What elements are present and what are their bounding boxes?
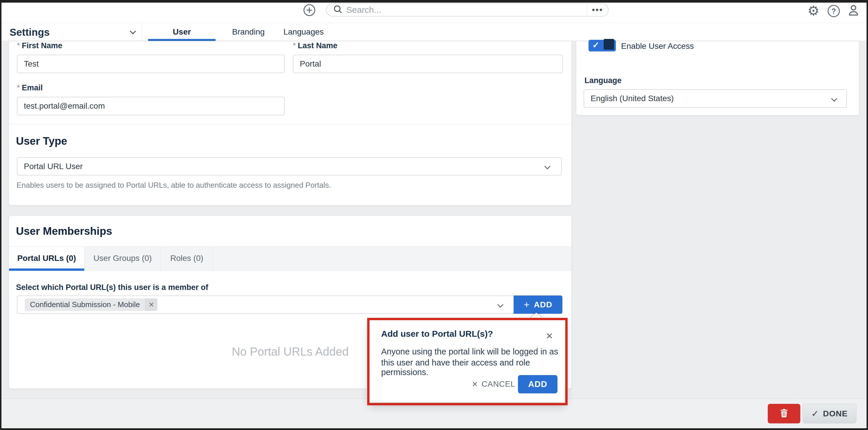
- plus-icon: +: [524, 299, 530, 310]
- tab-branding[interactable]: Branding: [226, 23, 270, 41]
- required-asterisk: *: [17, 41, 20, 50]
- user-memberships-heading: User Memberships: [16, 225, 112, 237]
- delete-user-button[interactable]: [768, 404, 800, 423]
- add-portal-url-button[interactable]: + ADD: [514, 296, 562, 314]
- active-tab-underline: [9, 269, 84, 271]
- user-type-select[interactable]: Portal URL User: [17, 157, 562, 176]
- portal-url-multiselect[interactable]: Confidential Submission - Mobile ✕: [17, 296, 514, 314]
- enable-user-access-label: Enable User Access: [621, 41, 694, 51]
- required-asterisk: *: [17, 83, 20, 92]
- window-border: [0, 0, 1, 430]
- app-window: ••• ⚙ ? Settings User Management Brandin…: [0, 0, 868, 430]
- create-new-button[interactable]: [303, 4, 316, 17]
- section-divider: [9, 124, 572, 124]
- help-icon[interactable]: ?: [828, 5, 840, 17]
- tab-user-groups[interactable]: User Groups (0): [85, 247, 161, 271]
- chevron-down-icon: [497, 302, 503, 308]
- user-type-heading: User Type: [16, 135, 67, 147]
- search-input[interactable]: [346, 5, 587, 15]
- plus-circle-icon: [303, 12, 316, 18]
- tab-languages[interactable]: Languages: [279, 23, 328, 41]
- tab-roles[interactable]: Roles (0): [161, 247, 213, 271]
- first-name-label: *First Name: [17, 41, 62, 50]
- tab-portal-urls[interactable]: Portal URLs (0): [9, 247, 85, 271]
- email-field[interactable]: [17, 97, 285, 115]
- enable-user-access-checkbox[interactable]: ✓: [589, 40, 616, 52]
- required-asterisk: *: [293, 41, 296, 50]
- settings-gear-icon[interactable]: ⚙: [806, 3, 820, 18]
- chevron-down-icon: [545, 163, 551, 170]
- user-type-helper-text: Enables users to be assigned to Portal U…: [17, 181, 331, 190]
- active-tab-underline: [148, 39, 216, 41]
- checkbox-dark-square: [603, 39, 614, 50]
- first-name-field[interactable]: [17, 55, 285, 73]
- chip-remove-icon[interactable]: ✕: [145, 298, 157, 311]
- settings-dropdown[interactable]: Settings: [9, 26, 50, 38]
- search-icon: [327, 4, 343, 16]
- language-value: English (United States): [591, 94, 832, 103]
- trash-icon: [779, 408, 789, 420]
- selected-portal-chip: Confidential Submission - Mobile ✕: [25, 298, 157, 311]
- profile-icon[interactable]: [847, 3, 860, 18]
- language-label: Language: [585, 76, 622, 85]
- window-border: [867, 0, 868, 430]
- global-search: •••: [326, 3, 609, 17]
- done-button[interactable]: ✓ DONE: [803, 404, 857, 423]
- highlight-annotation-box: [367, 318, 568, 405]
- check-icon: ✓: [592, 40, 599, 50]
- user-type-value: Portal URL User: [24, 162, 545, 171]
- check-icon: ✓: [811, 408, 819, 419]
- tab-user-management[interactable]: User Management: [148, 23, 216, 41]
- last-name-field[interactable]: [293, 55, 563, 73]
- window-border: [0, 428, 868, 430]
- memberships-tab-strip: Portal URLs (0) User Groups (0) Roles (0…: [9, 246, 571, 271]
- chip-label: Confidential Submission - Mobile: [25, 300, 145, 309]
- search-options-button[interactable]: •••: [587, 5, 608, 14]
- window-border: [0, 0, 868, 3]
- chevron-down-icon: [831, 95, 837, 101]
- last-name-label: *Last Name: [293, 41, 337, 50]
- email-label: *Email: [17, 83, 43, 92]
- portal-url-select-label: Select which Portal URL(s) this user is …: [16, 283, 208, 292]
- language-select[interactable]: English (United States): [584, 89, 847, 108]
